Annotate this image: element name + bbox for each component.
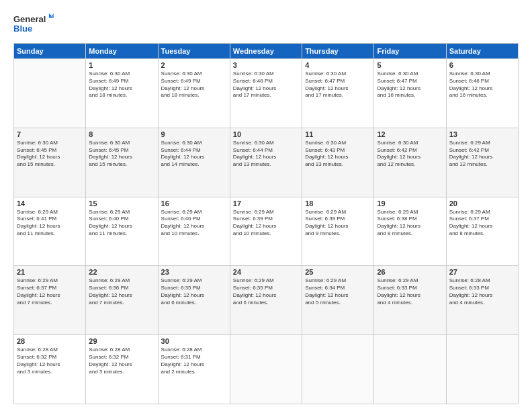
day-info: Sunrise: 6:29 AM Sunset: 6:41 PM Dayligh…: [17, 209, 83, 238]
day-number: 2: [161, 61, 227, 69]
day-info: Sunrise: 6:29 AM Sunset: 6:40 PM Dayligh…: [89, 209, 154, 238]
weekday-header-saturday: Saturday: [446, 44, 518, 59]
calendar-cell: [230, 335, 302, 404]
day-info: Sunrise: 6:29 AM Sunset: 6:35 PM Dayligh…: [233, 277, 299, 306]
calendar-week-3: 21Sunrise: 6:29 AM Sunset: 6:37 PM Dayli…: [14, 266, 519, 335]
calendar-week-2: 14Sunrise: 6:29 AM Sunset: 6:41 PM Dayli…: [14, 197, 519, 266]
weekday-header-wednesday: Wednesday: [230, 44, 302, 59]
calendar-cell: 18Sunrise: 6:29 AM Sunset: 6:39 PM Dayli…: [302, 197, 374, 266]
calendar-cell: 30Sunrise: 6:28 AM Sunset: 6:31 PM Dayli…: [158, 335, 230, 404]
svg-text:General: General: [13, 14, 46, 24]
weekday-header-tuesday: Tuesday: [158, 44, 230, 59]
calendar-cell: 21Sunrise: 6:29 AM Sunset: 6:37 PM Dayli…: [14, 266, 86, 335]
calendar-cell: [446, 335, 518, 404]
day-info: Sunrise: 6:30 AM Sunset: 6:45 PM Dayligh…: [17, 140, 83, 169]
day-info: Sunrise: 6:29 AM Sunset: 6:37 PM Dayligh…: [17, 277, 83, 306]
day-number: 26: [377, 268, 443, 276]
day-number: 4: [305, 61, 371, 69]
calendar-cell: 12Sunrise: 6:30 AM Sunset: 6:42 PM Dayli…: [374, 128, 446, 197]
logo: General Blue: [13, 12, 54, 36]
calendar-cell: 10Sunrise: 6:30 AM Sunset: 6:44 PM Dayli…: [230, 128, 302, 197]
calendar-week-4: 28Sunrise: 6:28 AM Sunset: 6:32 PM Dayli…: [14, 335, 519, 404]
weekday-header-thursday: Thursday: [302, 44, 374, 59]
svg-text:Blue: Blue: [13, 24, 32, 34]
weekday-header-sunday: Sunday: [14, 44, 86, 59]
weekday-header-monday: Monday: [86, 44, 158, 59]
day-number: 30: [161, 337, 227, 345]
page: General Blue SundayMondayTuesdayWednesda…: [0, 0, 532, 411]
day-info: Sunrise: 6:30 AM Sunset: 6:47 PM Dayligh…: [305, 71, 371, 99]
calendar-cell: 22Sunrise: 6:29 AM Sunset: 6:36 PM Dayli…: [86, 266, 158, 335]
day-info: Sunrise: 6:29 AM Sunset: 6:36 PM Dayligh…: [89, 277, 154, 306]
calendar-cell: 1Sunrise: 6:30 AM Sunset: 6:49 PM Daylig…: [86, 59, 158, 128]
calendar-cell: 5Sunrise: 6:30 AM Sunset: 6:47 PM Daylig…: [374, 59, 446, 128]
day-number: 10: [233, 130, 299, 138]
day-info: Sunrise: 6:29 AM Sunset: 6:34 PM Dayligh…: [305, 277, 371, 306]
calendar-cell: 13Sunrise: 6:29 AM Sunset: 6:42 PM Dayli…: [446, 128, 518, 197]
day-number: 15: [89, 199, 154, 208]
calendar-week-0: 1Sunrise: 6:30 AM Sunset: 6:49 PM Daylig…: [14, 59, 519, 128]
calendar-week-1: 7Sunrise: 6:30 AM Sunset: 6:45 PM Daylig…: [14, 128, 519, 197]
calendar-cell: 3Sunrise: 6:30 AM Sunset: 6:48 PM Daylig…: [230, 59, 302, 128]
day-number: 7: [17, 130, 83, 138]
calendar-cell: 15Sunrise: 6:29 AM Sunset: 6:40 PM Dayli…: [86, 197, 158, 266]
day-number: 28: [17, 337, 83, 345]
day-number: 12: [377, 130, 443, 138]
calendar-cell: 26Sunrise: 6:29 AM Sunset: 6:33 PM Dayli…: [374, 266, 446, 335]
calendar-header-row: SundayMondayTuesdayWednesdayThursdayFrid…: [14, 44, 519, 59]
day-number: 27: [449, 268, 515, 276]
calendar-cell: 4Sunrise: 6:30 AM Sunset: 6:47 PM Daylig…: [302, 59, 374, 128]
calendar-cell: 11Sunrise: 6:30 AM Sunset: 6:43 PM Dayli…: [302, 128, 374, 197]
day-info: Sunrise: 6:29 AM Sunset: 6:42 PM Dayligh…: [449, 140, 515, 169]
day-info: Sunrise: 6:30 AM Sunset: 6:49 PM Dayligh…: [89, 71, 154, 99]
calendar-cell: 27Sunrise: 6:28 AM Sunset: 6:33 PM Dayli…: [446, 266, 518, 335]
day-number: 11: [305, 130, 371, 138]
day-number: 22: [89, 268, 154, 276]
day-info: Sunrise: 6:30 AM Sunset: 6:47 PM Dayligh…: [377, 71, 443, 99]
day-info: Sunrise: 6:29 AM Sunset: 6:39 PM Dayligh…: [305, 209, 371, 238]
day-number: 24: [233, 268, 299, 276]
day-number: 17: [233, 199, 299, 208]
top-header: General Blue: [13, 12, 519, 36]
day-info: Sunrise: 6:29 AM Sunset: 6:37 PM Dayligh…: [449, 209, 515, 238]
day-info: Sunrise: 6:28 AM Sunset: 6:33 PM Dayligh…: [449, 277, 515, 306]
day-info: Sunrise: 6:29 AM Sunset: 6:35 PM Dayligh…: [161, 277, 227, 306]
day-number: 3: [233, 61, 299, 69]
calendar-cell: 23Sunrise: 6:29 AM Sunset: 6:35 PM Dayli…: [158, 266, 230, 335]
day-info: Sunrise: 6:30 AM Sunset: 6:44 PM Dayligh…: [161, 140, 227, 169]
day-info: Sunrise: 6:30 AM Sunset: 6:45 PM Dayligh…: [89, 140, 154, 169]
day-number: 1: [89, 61, 154, 69]
day-info: Sunrise: 6:30 AM Sunset: 6:48 PM Dayligh…: [233, 71, 299, 99]
day-number: 16: [161, 199, 227, 208]
calendar-cell: 2Sunrise: 6:30 AM Sunset: 6:49 PM Daylig…: [158, 59, 230, 128]
day-number: 6: [449, 61, 515, 69]
day-info: Sunrise: 6:30 AM Sunset: 6:42 PM Dayligh…: [377, 140, 443, 169]
day-info: Sunrise: 6:30 AM Sunset: 6:49 PM Dayligh…: [161, 71, 227, 99]
day-info: Sunrise: 6:29 AM Sunset: 6:39 PM Dayligh…: [233, 209, 299, 238]
day-number: 14: [17, 199, 83, 208]
day-number: 9: [161, 130, 227, 138]
calendar-cell: 17Sunrise: 6:29 AM Sunset: 6:39 PM Dayli…: [230, 197, 302, 266]
calendar-cell: 14Sunrise: 6:29 AM Sunset: 6:41 PM Dayli…: [14, 197, 86, 266]
day-number: 13: [449, 130, 515, 138]
calendar-cell: 20Sunrise: 6:29 AM Sunset: 6:37 PM Dayli…: [446, 197, 518, 266]
calendar-cell: 29Sunrise: 6:28 AM Sunset: 6:32 PM Dayli…: [86, 335, 158, 404]
day-info: Sunrise: 6:28 AM Sunset: 6:31 PM Dayligh…: [161, 347, 227, 375]
calendar-table: SundayMondayTuesdayWednesdayThursdayFrid…: [13, 43, 519, 404]
day-info: Sunrise: 6:28 AM Sunset: 6:32 PM Dayligh…: [17, 347, 83, 375]
day-number: 21: [17, 268, 83, 276]
day-number: 29: [89, 337, 154, 345]
day-info: Sunrise: 6:30 AM Sunset: 6:44 PM Dayligh…: [233, 140, 299, 169]
calendar-cell: 25Sunrise: 6:29 AM Sunset: 6:34 PM Dayli…: [302, 266, 374, 335]
calendar-cell: [302, 335, 374, 404]
calendar-cell: 8Sunrise: 6:30 AM Sunset: 6:45 PM Daylig…: [86, 128, 158, 197]
day-info: Sunrise: 6:29 AM Sunset: 6:33 PM Dayligh…: [377, 277, 443, 306]
day-info: Sunrise: 6:29 AM Sunset: 6:40 PM Dayligh…: [161, 209, 227, 238]
day-info: Sunrise: 6:28 AM Sunset: 6:32 PM Dayligh…: [89, 347, 154, 375]
calendar-cell: [14, 59, 86, 128]
day-number: 25: [305, 268, 371, 276]
day-info: Sunrise: 6:29 AM Sunset: 6:38 PM Dayligh…: [377, 209, 443, 238]
calendar-cell: 9Sunrise: 6:30 AM Sunset: 6:44 PM Daylig…: [158, 128, 230, 197]
calendar-cell: 28Sunrise: 6:28 AM Sunset: 6:32 PM Dayli…: [14, 335, 86, 404]
day-number: 8: [89, 130, 154, 138]
